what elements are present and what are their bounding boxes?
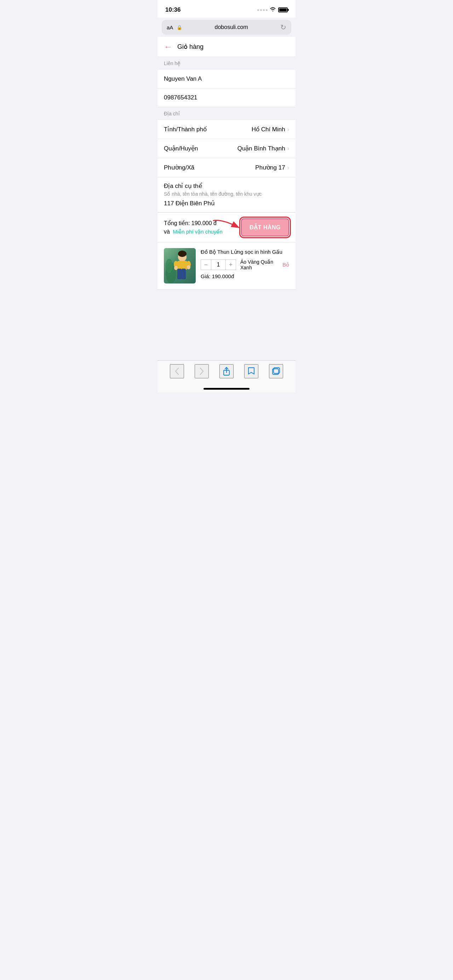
svg-point-3	[165, 259, 173, 273]
variant-text: Áo Vàng Quần Xanh	[240, 259, 279, 270]
status-icons	[257, 7, 288, 13]
svg-rect-6	[177, 261, 187, 270]
address-section-label: Địa chỉ	[157, 107, 296, 120]
url-aa[interactable]: aA	[167, 24, 173, 30]
total-amount: Tổng tiền: 190.000 đ	[164, 219, 223, 228]
order-total-info: Tổng tiền: 190.000 đ và Miễn phí vận chu…	[164, 219, 223, 236]
specific-address-label: Địa chỉ cụ thể	[164, 182, 289, 190]
province-value-group[interactable]: Hồ Chí Minh ›	[252, 126, 289, 133]
url-text[interactable]: dobosuli.com	[186, 24, 277, 30]
page-header: ← Giỏ hàng	[157, 37, 296, 57]
district-field[interactable]: Quận/Huyện Quận Bình Thạnh ›	[157, 139, 296, 158]
district-label: Quận/Huyện	[164, 145, 198, 152]
share-icon	[223, 367, 230, 376]
home-indicator	[157, 385, 296, 393]
specific-address-field[interactable]: Địa chỉ cụ thể Số nhà, tên tòa nhà, tên …	[157, 177, 296, 212]
url-refresh-icon[interactable]: ↻	[280, 23, 286, 32]
svg-point-5	[178, 251, 186, 257]
forward-nav-icon	[200, 368, 204, 375]
battery-icon	[278, 8, 288, 13]
back-button[interactable]: ←	[164, 42, 172, 52]
ward-value: Phường 17	[255, 164, 285, 171]
product-image-svg	[164, 248, 196, 283]
shipping-prefix: và	[164, 229, 170, 235]
svg-point-0	[272, 11, 273, 11]
url-lock-icon: 🔒	[176, 25, 182, 30]
tabs-icon	[272, 367, 280, 375]
dat-hang-button[interactable]: ĐẶT HÀNG	[241, 218, 289, 236]
url-bar[interactable]: aA 🔒 dobosuli.com ↻	[162, 20, 291, 35]
share-button[interactable]	[219, 364, 234, 378]
product-image	[164, 248, 196, 283]
quantity-row: − 1 + Áo Vàng Quần Xanh Bỏ	[201, 259, 289, 270]
tabs-button[interactable]	[269, 364, 283, 378]
contact-section-label: Liên hệ	[157, 57, 296, 70]
quantity-value: 1	[211, 259, 226, 270]
free-ship-label[interactable]: Miễn phí vận chuyển	[173, 229, 222, 235]
home-bar	[203, 388, 250, 390]
province-chevron-icon: ›	[288, 126, 289, 133]
province-label: Tỉnh/Thành phố	[164, 126, 207, 133]
svg-rect-9	[177, 269, 181, 279]
svg-point-12	[187, 265, 191, 269]
ward-value-group[interactable]: Phường 17 ›	[255, 164, 289, 171]
forward-nav-button[interactable]	[195, 364, 209, 378]
specific-address-value: 117 Điện Biên Phủ	[164, 200, 289, 209]
signal-icon	[257, 9, 267, 11]
status-time: 10:36	[165, 6, 181, 13]
province-field[interactable]: Tỉnh/Thành phố Hồ Chí Minh ›	[157, 120, 296, 139]
phone-value: 0987654321	[164, 94, 197, 101]
product-price: Giá: 190.000đ	[201, 273, 289, 279]
back-nav-icon	[175, 368, 179, 375]
bookmarks-icon	[247, 367, 255, 375]
variant-remove-row: Áo Vàng Quần Xanh Bỏ	[240, 259, 289, 270]
name-value: Nguyen Van A	[164, 75, 202, 82]
svg-rect-10	[181, 269, 186, 279]
ward-label: Phường/Xã	[164, 164, 194, 171]
quantity-plus-button[interactable]: +	[226, 259, 236, 270]
gray-area	[157, 290, 296, 360]
district-chevron-icon: ›	[288, 145, 289, 152]
remove-button[interactable]: Bỏ	[283, 261, 289, 268]
order-bar: Tổng tiền: 190.000 đ và Miễn phí vận chu…	[157, 212, 296, 242]
svg-point-11	[174, 266, 178, 270]
shipping-info: và Miễn phí vận chuyển	[164, 228, 223, 236]
product-details: Đồ Bộ Thun Lửng sọc in hình Gấu − 1 + Áo…	[201, 248, 289, 283]
status-bar: 10:36	[157, 0, 296, 18]
product-item: Đồ Bộ Thun Lửng sọc in hình Gấu − 1 + Áo…	[157, 242, 296, 290]
safari-bottom-bar	[157, 360, 296, 385]
page-title: Giỏ hàng	[177, 43, 203, 51]
back-nav-button[interactable]	[170, 364, 184, 378]
phone-field[interactable]: 0987654321	[157, 89, 296, 107]
ward-chevron-icon: ›	[288, 165, 289, 171]
specific-address-hint: Số nhà, tên tòa nhà, tên đường, tên khu …	[164, 191, 289, 197]
wifi-icon	[270, 7, 276, 13]
name-field[interactable]: Nguyen Van A	[157, 70, 296, 89]
province-value: Hồ Chí Minh	[252, 126, 285, 133]
quantity-minus-button[interactable]: −	[201, 259, 211, 270]
product-name: Đồ Bộ Thun Lửng sọc in hình Gấu	[201, 248, 289, 256]
district-value-group[interactable]: Quận Bình Thạnh ›	[237, 145, 289, 152]
district-value: Quận Bình Thạnh	[237, 145, 285, 152]
ward-field[interactable]: Phường/Xã Phường 17 ›	[157, 158, 296, 177]
bookmarks-button[interactable]	[244, 364, 258, 378]
